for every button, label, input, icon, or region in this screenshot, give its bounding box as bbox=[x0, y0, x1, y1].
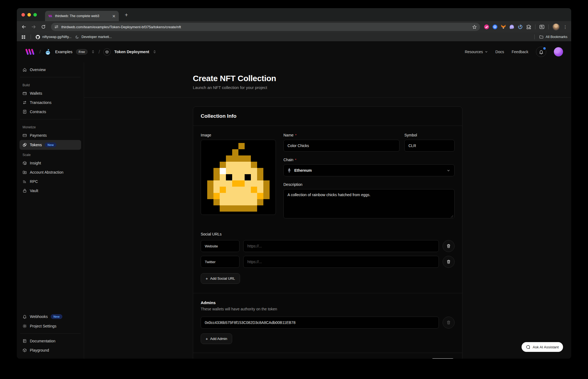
thirdweb-logo[interactable] bbox=[25, 49, 36, 55]
sidebar-item-wallets[interactable]: Wallets bbox=[20, 89, 81, 98]
bookmark-star-icon[interactable] bbox=[472, 25, 477, 29]
metamask-icon[interactable] bbox=[501, 24, 506, 30]
user-avatar[interactable] bbox=[554, 47, 563, 56]
symbol-input[interactable] bbox=[404, 140, 455, 152]
zoom-window-button[interactable] bbox=[33, 13, 37, 17]
ethereum-icon bbox=[287, 168, 291, 173]
sidebar-item-contracts[interactable]: Contracts bbox=[20, 107, 81, 116]
resources-label: Resources bbox=[465, 50, 483, 54]
project-name[interactable]: Token Deployment bbox=[114, 50, 149, 54]
minimize-window-button[interactable] bbox=[27, 13, 31, 17]
sidebar-item-transactions[interactable]: Transactions bbox=[20, 98, 81, 107]
new-tab-button[interactable]: + bbox=[123, 11, 130, 19]
site-info-icon[interactable] bbox=[54, 25, 59, 29]
add-social-url-button[interactable]: + Add Social URL bbox=[201, 273, 240, 284]
toolbar-divider bbox=[535, 24, 535, 29]
breadcrumb: / Examples Free / Token Deployment bbox=[25, 48, 156, 56]
new-badge: New bbox=[45, 142, 56, 147]
resources-menu[interactable]: Resources bbox=[465, 50, 488, 54]
chain-field-label: Chain* bbox=[283, 158, 455, 162]
social-url-input[interactable] bbox=[243, 240, 439, 252]
all-bookmarks-button[interactable]: All Bookmarks bbox=[539, 35, 567, 39]
card-header: Collection Info bbox=[193, 107, 462, 126]
name-input[interactable] bbox=[283, 140, 400, 152]
social-platform-select[interactable]: Twitter bbox=[201, 256, 239, 268]
sidebar-item-documentation[interactable]: Documentation bbox=[20, 336, 81, 346]
cube-icon bbox=[23, 348, 27, 352]
sidebar-item-playground[interactable]: Playground bbox=[20, 346, 81, 355]
team-plan-badge: Free bbox=[76, 49, 88, 55]
delete-social-url-button[interactable] bbox=[443, 256, 455, 268]
bookmark-niftyswap[interactable]: niftyswap.gg/Nifty... bbox=[36, 35, 71, 39]
url-bar[interactable]: thirdweb.com/team/examples/Token-Deploym… bbox=[51, 23, 480, 31]
breadcrumb-slash: / bbox=[39, 49, 41, 55]
team-switcher-icon[interactable] bbox=[91, 50, 95, 54]
sidebar-item-rpc[interactable]: RPC bbox=[20, 177, 81, 186]
admin-address-input[interactable] bbox=[201, 317, 439, 329]
url-text: thirdweb.com/team/examples/Token-Deploym… bbox=[61, 25, 469, 29]
browser-profile-avatar[interactable] bbox=[552, 23, 560, 30]
close-window-button[interactable] bbox=[21, 13, 25, 17]
phantom-icon[interactable] bbox=[509, 24, 514, 30]
tab-title: thirdweb: The complete web3 bbox=[55, 14, 110, 18]
browser-menu-icon[interactable]: ⋮ bbox=[563, 24, 568, 30]
sidebar-item-insight[interactable]: Insight bbox=[20, 158, 81, 168]
sidebar-item-label: RPC bbox=[30, 179, 38, 184]
docs-link[interactable]: Docs bbox=[496, 50, 504, 54]
browser-tab[interactable]: thirdweb: The complete web3 ✕ bbox=[45, 11, 119, 21]
social-urls-label: Social URLs bbox=[201, 232, 455, 236]
sidebar-item-payments[interactable]: Payments bbox=[20, 131, 81, 140]
sidebar-item-overview[interactable]: Overview bbox=[20, 65, 81, 74]
sidebar: Overview Build Wallets Transactions Co bbox=[17, 62, 84, 359]
chevron-down-icon bbox=[485, 50, 488, 53]
add-admin-button[interactable]: + Add Admin bbox=[201, 333, 232, 344]
sidebar-section-scale: Scale bbox=[23, 153, 78, 157]
extension-clock-icon[interactable] bbox=[517, 24, 523, 30]
collection-image-upload[interactable] bbox=[201, 140, 276, 215]
bookmark-developer-marketing[interactable]: Developer marketi... bbox=[75, 35, 112, 39]
sidebar-item-account-abstraction[interactable]: Account Abstraction bbox=[20, 168, 81, 177]
forward-button[interactable] bbox=[30, 23, 37, 31]
sidebar-divider bbox=[20, 77, 81, 77]
notifications-button[interactable] bbox=[536, 47, 546, 57]
sidebar-item-label: Project Settings bbox=[30, 324, 56, 328]
sidebar-item-tokens[interactable]: Tokens New bbox=[20, 140, 81, 150]
resize-handle[interactable] bbox=[451, 215, 453, 218]
next-button[interactable]: Next bbox=[431, 358, 455, 359]
new-badge: New bbox=[51, 314, 62, 319]
all-bookmarks-label: All Bookmarks bbox=[546, 35, 567, 39]
sidebar-item-label: Contracts bbox=[30, 110, 46, 114]
card-footer: Next bbox=[193, 353, 462, 359]
feedback-link[interactable]: Feedback bbox=[512, 50, 528, 54]
reload-button[interactable] bbox=[40, 23, 47, 31]
symbol-field-label: Symbol bbox=[404, 133, 455, 137]
sidebar-item-project-settings[interactable]: Project Settings bbox=[20, 321, 81, 331]
sidebar-section-monetize: Monetize bbox=[23, 125, 78, 129]
page-title: Create NFT Collection bbox=[193, 74, 462, 83]
extension-blue-icon[interactable] bbox=[492, 24, 498, 30]
transactions-icon bbox=[23, 100, 27, 105]
sidebar-item-label: Insight bbox=[30, 161, 41, 165]
nft-image-pixels bbox=[201, 143, 276, 212]
ask-ai-assistant-button[interactable]: Ask AI Assistant bbox=[522, 342, 563, 352]
extension-pink-icon[interactable] bbox=[484, 24, 489, 30]
admins-section: Admins These wallets will have authority… bbox=[193, 293, 462, 353]
social-platform-select[interactable]: Website bbox=[201, 240, 239, 252]
browser-toolbar: thirdweb.com/team/examples/Token-Deploym… bbox=[17, 21, 571, 33]
chain-select[interactable]: Ethereum bbox=[283, 164, 455, 176]
extensions-puzzle-icon[interactable] bbox=[526, 24, 531, 30]
delete-social-url-button[interactable] bbox=[443, 240, 455, 252]
apps-grid-icon[interactable] bbox=[21, 34, 26, 40]
delete-admin-button[interactable] bbox=[443, 317, 455, 329]
social-url-input[interactable] bbox=[243, 256, 439, 268]
sidebar-item-webhooks[interactable]: Webhooks New bbox=[20, 312, 81, 321]
sidebar-item-label: Tokens bbox=[30, 143, 42, 147]
sidebar-item-vault[interactable]: Vault bbox=[20, 186, 81, 195]
team-name[interactable]: Examples bbox=[55, 50, 72, 54]
project-switcher-icon[interactable] bbox=[153, 50, 156, 54]
tab-close-icon[interactable]: ✕ bbox=[112, 14, 116, 18]
bookmark-label: Developer marketi... bbox=[81, 35, 112, 39]
back-button[interactable] bbox=[20, 23, 28, 31]
description-textarea[interactable]: A collection of rainbow chicks hatched f… bbox=[283, 189, 455, 218]
tab-search-icon[interactable] bbox=[539, 24, 545, 30]
